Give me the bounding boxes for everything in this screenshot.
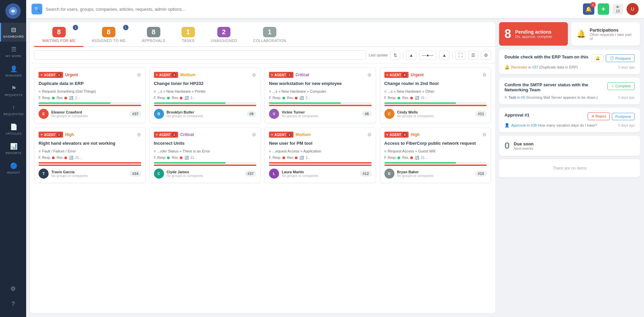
card-user-info-3: Cindy Wells No groups or companies xyxy=(397,110,473,118)
agent-count-7: 4 xyxy=(402,132,407,137)
filter-slider-button[interactable]: —●— xyxy=(419,51,436,60)
agent-badge-4: ▼ AGENT 1 xyxy=(39,132,63,138)
card-gear-icon-0[interactable]: ⚙ xyxy=(137,72,141,78)
progress-bars-4 xyxy=(39,162,141,166)
app-logo[interactable] xyxy=(5,3,21,19)
tab-unassigned[interactable]: 2 UNASSIGNED xyxy=(203,22,245,47)
sidebar-settings-icon[interactable]: ⚙ xyxy=(8,282,18,295)
list-view-button[interactable]: ☰ xyxy=(468,51,478,60)
category-icon-1: ≡ xyxy=(154,89,156,93)
agent-badge-2: ▼ AGENT 1 xyxy=(269,72,293,78)
sidebar-help-icon[interactable]: ? xyxy=(9,298,17,310)
search-input[interactable] xyxy=(46,7,580,12)
action-complete-button-1[interactable]: ✓ Complete xyxy=(607,82,635,90)
card-3[interactable]: ▼ AGENT 4 Urgent ⚙ Change router in 2nd … xyxy=(380,67,491,123)
card-5[interactable]: ▼ AGENT 1 Critical ⚙ Incorrect Units ≡ .… xyxy=(150,127,261,183)
card-gear-icon-1[interactable]: ⚙ xyxy=(252,72,256,78)
sort-button[interactable]: ⇅ xyxy=(390,51,400,60)
sidebar-item-articles[interactable]: 📄 ARTICLES xyxy=(0,120,26,139)
card-gear-icon-2[interactable]: ⚙ xyxy=(367,72,372,78)
action-card-title-2: Approval #1 xyxy=(504,112,588,118)
toolbar-separator xyxy=(403,51,403,59)
action-postpone-button-0[interactable]: 🕐 Postpone xyxy=(606,54,635,62)
topbar: 🔍 🔔 1 + 👁 10 U xyxy=(26,0,644,18)
card-category-2: ≡ ...s » New Hardware » Computer xyxy=(269,89,372,93)
sidebar-item-mywork[interactable]: ☰ MY WORK xyxy=(0,42,26,61)
due-soon-subtitle: Next events xyxy=(514,146,534,150)
tab-count-waiting: 8 xyxy=(52,27,66,37)
card-category-3: ≡ ...s » New Hardware » Other xyxy=(384,89,487,93)
card-4[interactable]: ▼ AGENT 1 High ⚙ Right hand elevators ar… xyxy=(34,127,146,183)
res-dot-1 xyxy=(180,97,182,99)
card-user-name-7: Bryan Baker xyxy=(397,170,473,174)
tab-approvals[interactable]: 8 APPROVALS xyxy=(134,22,173,47)
card-header-3: ▼ AGENT 4 Urgent ⚙ xyxy=(384,72,487,78)
participations-title: Participations xyxy=(590,28,635,33)
card-gear-icon-6[interactable]: ⚙ xyxy=(367,132,372,137)
card-ticket-3: #11 xyxy=(475,111,487,117)
articles-icon: 📄 xyxy=(10,123,17,131)
card-user-group-7: No groups or companies xyxy=(397,174,473,178)
arrow-icon-3: ▼ xyxy=(386,74,389,77)
res-dot-4 xyxy=(64,156,67,159)
tab-notif-assigned: 1 xyxy=(123,25,128,30)
search-button[interactable]: 🔍 xyxy=(32,4,42,14)
card-7[interactable]: ▼ AGENT 4 High ⚙ Access to FiberCorp pub… xyxy=(380,127,491,183)
expand-button[interactable]: ⛶ xyxy=(455,51,466,60)
card-2[interactable]: ▼ AGENT 1 Critical ⚙ New workstation for… xyxy=(265,67,376,123)
sidebar-item-requests[interactable]: ⚑ REQUESTS xyxy=(0,81,26,100)
manager-icon: 👤 xyxy=(10,65,17,73)
online-indicator[interactable]: 👁 10 xyxy=(612,4,623,14)
tab-tasks[interactable]: 1 TASKS xyxy=(173,22,203,47)
arrow-icon-2: ▼ xyxy=(271,74,273,77)
action-reject-button-2[interactable]: ✕ Reject xyxy=(588,112,609,120)
cards-search-input[interactable] xyxy=(34,50,366,60)
eyes-icon: 👁 xyxy=(616,5,620,9)
freq-badge-7: F. Resp. xyxy=(384,156,400,160)
card-ticket-6: #12 xyxy=(360,171,371,177)
tab-collab[interactable]: 1 COLLABORATION xyxy=(245,22,294,47)
sidebar-item-reports[interactable]: 📊 REPORTS xyxy=(0,139,26,158)
card-6[interactable]: ▼ AGENT 1 Medium ⚙ New user for PM tool … xyxy=(265,127,376,183)
arrow-icon-0: ▼ xyxy=(40,74,43,77)
notification-button[interactable]: 🔔 1 xyxy=(583,3,594,15)
card-header-6: ▼ AGENT 1 Medium ⚙ xyxy=(269,132,372,138)
sidebar-item-insight[interactable]: 🔵 INSIGHT xyxy=(0,159,26,178)
card-footer-4: T Travis Garcia No groups or companies #… xyxy=(39,169,141,179)
sidebar-item-requested[interactable]: ↑ REQUESTED xyxy=(0,101,26,119)
tab-waiting[interactable]: 8 WAITING FOR ME 1 xyxy=(34,22,84,47)
card-gear-icon-5[interactable]: ⚙ xyxy=(252,132,256,137)
card-user-info-4: Travis Garcia No groups or companies xyxy=(51,170,127,178)
refresh-icon-0: 🔄 xyxy=(69,96,73,100)
card-gear-icon-7[interactable]: ⚙ xyxy=(482,132,487,137)
sidebar-item-dashboard[interactable]: ⊟ DASHBOARD xyxy=(0,23,26,42)
filter-high-button[interactable]: ▲ xyxy=(439,51,449,60)
sidebar-item-manager[interactable]: 👤 MANAGER xyxy=(0,62,26,81)
user-avatar[interactable]: U xyxy=(627,3,639,15)
filter-low-button[interactable]: ▲ xyxy=(406,51,416,60)
reminder-icon: 🔔 xyxy=(504,65,509,70)
card-category-6: ≡ ...equest Access » Application xyxy=(269,149,372,153)
progress-bar2-1 xyxy=(154,105,257,106)
card-ticket-2: #8 xyxy=(362,111,371,117)
sidebar-bottom: ⚙ ? xyxy=(8,282,18,314)
card-0[interactable]: ▼ AGENT 1 Urgent ⚙ Duplicate data in ERP… xyxy=(34,67,146,123)
card-priority-4: High xyxy=(65,132,74,137)
tab-assigned[interactable]: 8 ASSIGNED TO ME 1 xyxy=(84,22,133,47)
card-gear-icon-3[interactable]: ⚙ xyxy=(482,72,487,78)
card-gear-icon-4[interactable]: ⚙ xyxy=(137,132,141,137)
freq-dot-4 xyxy=(52,156,55,159)
card-header-7: ▼ AGENT 4 High ⚙ xyxy=(384,132,487,138)
action-sub-text-2: Approval in #38 How many vacation days d… xyxy=(511,123,597,127)
action-card-btns-0: 🔔 🕐 Postpone xyxy=(592,54,635,62)
res-label-6: Res. xyxy=(287,156,294,160)
progress-bar1-1 xyxy=(154,102,257,104)
refresh-icon-6: 🔄 xyxy=(300,156,304,160)
card-1[interactable]: ▼ AGENT 1 Medium ⚙ Change toner for HP23… xyxy=(150,67,261,123)
progress-bar1-7 xyxy=(384,162,487,164)
settings-button[interactable]: ⚙ xyxy=(481,51,491,60)
add-button[interactable]: + xyxy=(598,3,609,15)
agent-badge-0: ▼ AGENT 1 xyxy=(39,72,63,78)
action-postpone-button-2[interactable]: Postpone xyxy=(612,113,635,120)
action-bell-button-0[interactable]: 🔔 xyxy=(592,54,604,62)
